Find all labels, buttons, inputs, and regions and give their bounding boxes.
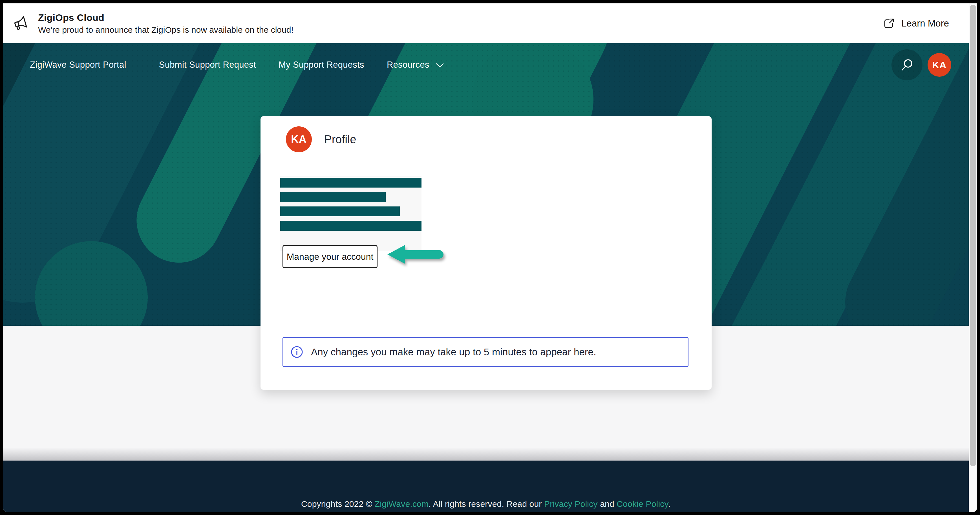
announcement-title: ZigiOps Cloud — [38, 12, 293, 23]
nav-item-submit-support-request[interactable]: Submit Support Request — [159, 60, 256, 70]
scrollbar-thumb[interactable] — [970, 5, 976, 466]
chevron-down-icon — [436, 63, 444, 68]
profile-avatar: KA — [286, 126, 312, 152]
megaphone-icon — [13, 15, 29, 32]
page: ZigiOps Cloud We're proud to announce th… — [3, 3, 969, 512]
redacted-profile-details — [280, 176, 422, 251]
nav-item-resources-label: Resources — [387, 60, 430, 70]
redacted-bar — [280, 206, 400, 216]
user-avatar[interactable]: KA — [928, 53, 951, 77]
learn-more-label: Learn More — [901, 18, 949, 29]
footer-copyright: Copyrights 2022 © ZigiWave.com. All righ… — [3, 499, 969, 509]
footer: Copyrights 2022 © ZigiWave.com. All righ… — [3, 461, 969, 512]
announcement-bar: ZigiOps Cloud We're proud to announce th… — [3, 3, 969, 43]
footer-link-zigiwave[interactable]: ZigiWave.com — [375, 499, 428, 509]
profile-card: KA Profile Manage your account Any c — [261, 116, 711, 390]
manage-account-button[interactable]: Manage your account — [283, 245, 377, 268]
nav-right: KA — [891, 49, 951, 80]
external-link-icon — [883, 17, 895, 30]
profile-notice-text: Any changes you make may take up to 5 mi… — [311, 346, 596, 358]
announcement-text: ZigiOps Cloud We're proud to announce th… — [38, 12, 293, 35]
redacted-bar — [280, 221, 422, 231]
footer-text-part: Copyrights 2022 © — [301, 499, 375, 509]
profile-card-header: KA Profile — [261, 116, 711, 152]
announcement-subtitle: We're proud to announce that ZigiOps is … — [38, 25, 293, 35]
redacted-bar — [280, 192, 386, 202]
nav-item-resources[interactable]: Resources — [387, 60, 444, 70]
search-button[interactable] — [891, 49, 923, 80]
redacted-bar — [280, 178, 422, 188]
footer-text-part: and — [598, 499, 617, 509]
footer-link-privacy-policy[interactable]: Privacy Policy — [544, 499, 598, 509]
footer-text-part: . — [668, 499, 670, 509]
navbar: ZigiWave Support Portal Submit Support R… — [3, 43, 969, 80]
nav-brand[interactable]: ZigiWave Support Portal — [30, 60, 126, 70]
browser-viewport: ZigiOps Cloud We're proud to announce th… — [3, 3, 977, 512]
profile-notice-banner: Any changes you make may take up to 5 mi… — [283, 337, 689, 367]
page-scrollbar[interactable] — [969, 3, 977, 512]
footer-text-part: . All rights reserved. Read our — [428, 499, 544, 509]
footer-link-cookie-policy[interactable]: Cookie Policy — [617, 499, 668, 509]
search-icon — [900, 57, 914, 72]
profile-title: Profile — [324, 133, 356, 146]
highlight-arrow-annotation — [386, 244, 445, 265]
learn-more-link[interactable]: Learn More — [883, 17, 949, 30]
nav-item-my-support-requests[interactable]: My Support Requests — [278, 60, 364, 70]
info-icon — [291, 346, 303, 358]
